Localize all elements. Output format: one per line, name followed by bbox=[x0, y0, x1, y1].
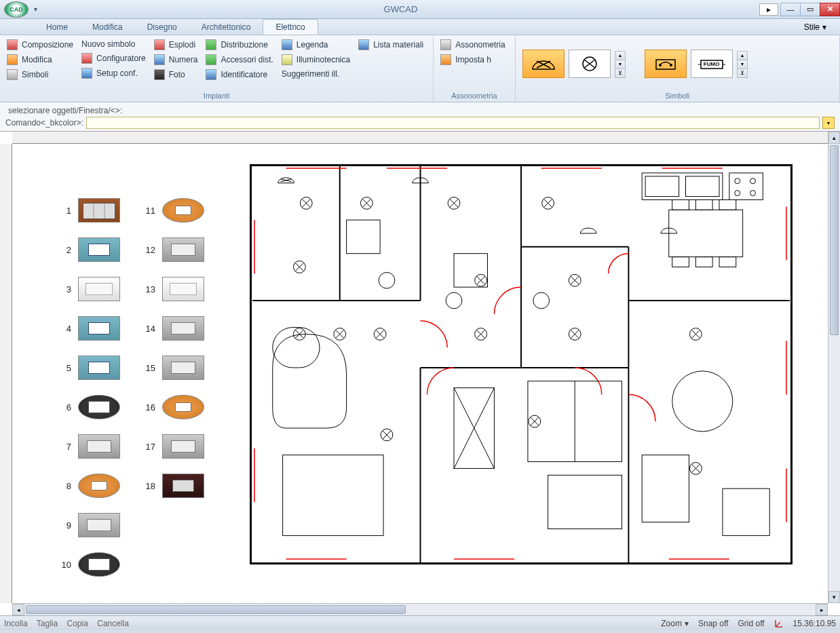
down-arrow-icon[interactable]: ▾ bbox=[737, 60, 748, 69]
scroll-right-icon[interactable]: ▸ bbox=[816, 604, 828, 615]
legend-item[interactable]: 18 bbox=[140, 474, 204, 498]
legend-number: 17 bbox=[140, 442, 155, 452]
legend-item[interactable]: 3 bbox=[56, 277, 120, 301]
ucs-icon[interactable] bbox=[774, 619, 784, 628]
legend-item[interactable]: 2 bbox=[56, 237, 120, 262]
stile-menu[interactable]: Stile▾ bbox=[797, 20, 833, 35]
up-arrow-icon[interactable]: ▴ bbox=[615, 51, 626, 60]
down-arrow-icon[interactable]: ▾ bbox=[615, 60, 626, 69]
cmd-composizione[interactable]: Composizione bbox=[4, 38, 76, 52]
stile-label: Stile bbox=[804, 22, 820, 32]
status-zoom[interactable]: Zoom ▾ bbox=[661, 619, 689, 628]
gallery-1-nav[interactable]: ▴ ▾ ⊻ bbox=[615, 51, 626, 77]
cmd-accessori-dist[interactable]: Accessori dist. bbox=[203, 53, 275, 66]
legend-item[interactable]: 7 bbox=[56, 434, 120, 459]
cmd-modifica[interactable]: Modifica bbox=[4, 53, 76, 66]
legend-item[interactable]: 1 bbox=[56, 198, 120, 223]
group-label-impianti: Impianti bbox=[4, 90, 429, 102]
cmd-lista-materiali[interactable]: Lista materiali bbox=[356, 38, 426, 52]
plate-swatch-15 bbox=[162, 356, 204, 380]
gallery-2-nav[interactable]: ▴ ▾ ⊻ bbox=[737, 51, 748, 77]
symbol-phone[interactable] bbox=[645, 50, 687, 78]
tab-elettrico[interactable]: Elettrico bbox=[263, 19, 318, 35]
legend-item[interactable]: 13 bbox=[140, 277, 204, 301]
legend-item[interactable]: 6 bbox=[56, 395, 120, 419]
tab-disegno[interactable]: Disegno bbox=[135, 20, 189, 35]
floor-plan[interactable] bbox=[250, 164, 793, 564]
legend-number: 9 bbox=[56, 520, 71, 531]
drawing-canvas[interactable]: 1 2 3 4 5 6 7 8 9 10 11 12 13 14 15 16 1… bbox=[12, 144, 828, 603]
legend-item[interactable]: 15 bbox=[140, 356, 204, 380]
cmd-imposta-h[interactable]: Imposta h bbox=[438, 53, 508, 66]
status-copia[interactable]: Copia bbox=[67, 619, 88, 628]
legend-number: 1 bbox=[56, 206, 71, 216]
scroll-left-icon[interactable]: ◂ bbox=[12, 604, 24, 615]
plate-swatch-3 bbox=[78, 277, 120, 301]
plate-legend: 1 2 3 4 5 6 7 8 9 10 11 12 13 14 15 16 1… bbox=[56, 198, 225, 592]
cmd-illuminotecnica[interactable]: Illuminotecnica bbox=[279, 53, 353, 66]
cmd-foto[interactable]: Foto bbox=[151, 68, 201, 81]
scroll-up-icon[interactable]: ▴ bbox=[828, 132, 840, 144]
scroll-down-icon[interactable]: ▾ bbox=[828, 591, 840, 603]
legend-item[interactable]: 12 bbox=[140, 237, 204, 262]
svg-rect-58 bbox=[273, 328, 320, 368]
plate-swatch-1 bbox=[78, 198, 120, 223]
legend-item[interactable]: 9 bbox=[56, 513, 120, 537]
vertical-scrollbar[interactable]: ▴ ▾ bbox=[828, 132, 840, 603]
status-grid[interactable]: Grid off bbox=[738, 619, 764, 628]
close-button[interactable]: ✕ bbox=[820, 3, 840, 16]
symbol-wall-light[interactable] bbox=[522, 50, 565, 78]
up-arrow-icon[interactable]: ▴ bbox=[737, 51, 748, 60]
horizontal-scrollbar[interactable]: ◂ ▸ bbox=[12, 603, 828, 615]
tab-modifica[interactable]: Modifica bbox=[80, 20, 135, 35]
svg-point-35 bbox=[750, 191, 756, 196]
fumo-label: FUMO bbox=[704, 61, 720, 67]
legend-item[interactable]: 17 bbox=[140, 434, 204, 459]
legend-number: 13 bbox=[140, 284, 155, 294]
maximize-button[interactable]: ▭ bbox=[800, 3, 820, 16]
minimize-button[interactable]: — bbox=[780, 3, 801, 16]
status-snap[interactable]: Snap off bbox=[698, 619, 728, 628]
lista-icon bbox=[358, 39, 369, 50]
plate-swatch-18 bbox=[162, 474, 204, 498]
legend-item[interactable]: 10 bbox=[56, 552, 120, 577]
app-menu-button[interactable]: CAD bbox=[4, 1, 28, 18]
group-label-assonometria: Assonometria bbox=[438, 90, 510, 102]
cmd-numera[interactable]: Numera bbox=[151, 53, 201, 66]
cmd-configuratore[interactable]: Configuratore bbox=[79, 52, 149, 65]
legend-number: 14 bbox=[140, 324, 155, 334]
cmd-legenda[interactable]: Legenda bbox=[279, 38, 353, 52]
cmd-nuovo-simbolo[interactable]: Nuovo simbolo bbox=[79, 38, 149, 50]
tab-home[interactable]: Home bbox=[34, 20, 80, 35]
legend-item[interactable]: 14 bbox=[140, 316, 204, 341]
legend-item[interactable]: 4 bbox=[56, 316, 120, 341]
vscroll-thumb[interactable] bbox=[830, 145, 839, 335]
help-button[interactable]: ▸ bbox=[759, 3, 778, 16]
command-input[interactable] bbox=[86, 117, 820, 129]
cmd-simboli[interactable]: Simboli bbox=[4, 68, 76, 81]
symbol-gallery-1: ▴ ▾ ⊻ bbox=[520, 38, 628, 90]
expand-icon[interactable]: ⊻ bbox=[615, 69, 626, 78]
cmd-esplodi[interactable]: Esplodi bbox=[151, 38, 201, 52]
status-incolla[interactable]: Incolla bbox=[4, 619, 28, 628]
status-taglia[interactable]: Taglia bbox=[37, 619, 58, 628]
legend-item[interactable]: 8 bbox=[56, 474, 120, 498]
status-cancella[interactable]: Cancella bbox=[97, 619, 129, 628]
legend-item[interactable]: 11 bbox=[140, 198, 204, 223]
cmd-assonometria[interactable]: Assonometria bbox=[438, 38, 508, 52]
expand-icon[interactable]: ⊻ bbox=[737, 69, 748, 78]
command-dropdown[interactable]: ▾ bbox=[822, 117, 835, 129]
tab-architettonico[interactable]: Architettonico bbox=[189, 20, 263, 35]
qat-dropdown-icon[interactable]: ▾ bbox=[34, 5, 42, 14]
svg-rect-41 bbox=[695, 257, 712, 267]
cmd-distribuzione[interactable]: Distribuzione bbox=[203, 38, 275, 52]
hscroll-thumb[interactable] bbox=[26, 605, 406, 614]
cmd-identificatore[interactable]: Identificatore bbox=[203, 68, 275, 81]
cmd-setup-conf[interactable]: Setup conf. bbox=[79, 66, 149, 80]
symbol-fumo[interactable]: FUMO bbox=[691, 50, 733, 78]
cmd-suggerimenti-ill[interactable]: Suggerimenti ill. bbox=[279, 68, 353, 80]
symbol-ceiling-light[interactable] bbox=[569, 50, 611, 78]
label: Zoom bbox=[661, 619, 682, 628]
legend-item[interactable]: 16 bbox=[140, 395, 204, 419]
legend-item[interactable]: 5 bbox=[56, 356, 120, 380]
